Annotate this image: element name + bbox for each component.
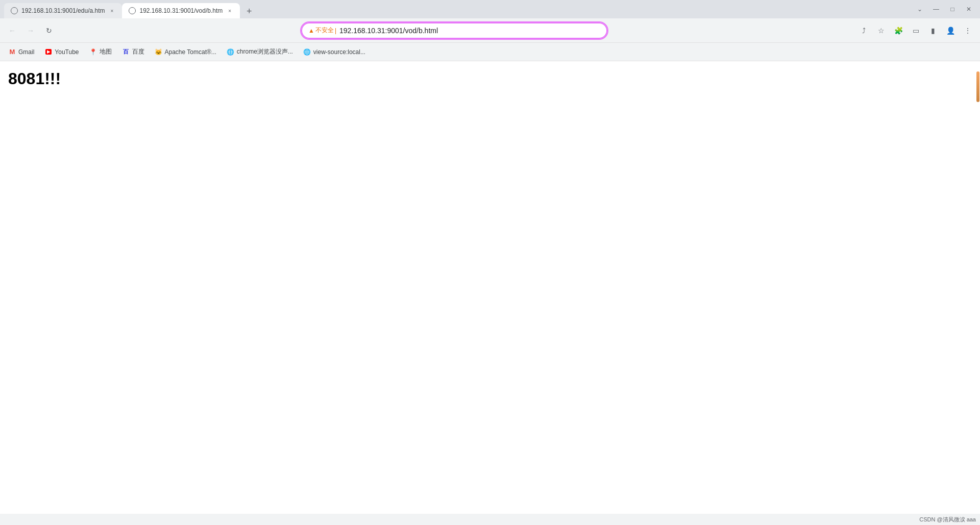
bookmarks-bar: M Gmail ▶ YouTube 📍 地图 百 百度 🐱 <box>0 43 980 61</box>
sidebar-button[interactable]: ▮ <box>925 22 941 39</box>
globe-icon-2 <box>129 7 136 14</box>
bookmark-view-source-label: view-source:local... <box>313 48 365 56</box>
extensions-button[interactable]: 🧩 <box>890 22 906 39</box>
bookmark-view-source[interactable]: 🌐 view-source:local... <box>299 46 370 58</box>
baidu-icon: 百 <box>123 48 129 56</box>
title-bar: 192.168.10.31:9001/edu/a.htm × 192.168.1… <box>0 0 980 18</box>
browser-window: 192.168.10.31:9001/edu/a.htm × 192.168.1… <box>0 0 980 525</box>
maximize-button[interactable]: □ <box>945 2 960 16</box>
youtube-icon: ▶ <box>45 49 52 55</box>
page-content: 8081!!! <box>0 61 980 514</box>
bookmark-maps-label: 地图 <box>100 47 112 56</box>
bookmark-gmail[interactable]: M Gmail <box>4 46 38 58</box>
bookmark-maps[interactable]: 📍 地图 <box>85 45 116 58</box>
url-text: 192.168.10.31:9001/vod/b.html <box>339 27 600 35</box>
youtube-favicon: ▶ <box>44 48 53 56</box>
maps-icon: 📍 <box>89 48 97 56</box>
bookmark-tomcat[interactable]: 🐱 Apache Tomcat®... <box>151 46 220 58</box>
tab-1[interactable]: 192.168.10.31:9001/edu/a.htm × <box>4 3 122 18</box>
tab-2-close[interactable]: × <box>226 7 234 15</box>
security-text: 不安全 <box>315 26 334 35</box>
tab-2[interactable]: 192.168.10.31:9001/vod/b.htm × <box>122 3 240 18</box>
view-source-icon: 🌐 <box>303 48 311 56</box>
page-heading: 8081!!! <box>8 69 972 88</box>
bookmark-youtube[interactable]: ▶ YouTube <box>40 46 83 58</box>
cast-button[interactable]: ▭ <box>908 22 924 39</box>
scrollbar-thumb[interactable] <box>976 71 979 102</box>
tab-search-button[interactable]: ⌄ <box>913 2 927 16</box>
gmail-favicon: M <box>8 48 16 56</box>
tabs-area: 192.168.10.31:9001/edu/a.htm × 192.168.1… <box>4 0 913 18</box>
status-text: CSDN @清风微涙 aaa <box>919 516 976 523</box>
minimize-button[interactable]: — <box>929 2 943 16</box>
bookmark-baidu-label: 百度 <box>132 47 144 56</box>
warning-triangle-icon: ▲ <box>308 27 314 34</box>
bookmark-youtube-label: YouTube <box>55 48 79 56</box>
menu-button[interactable]: ⋮ <box>960 22 976 39</box>
forward-button[interactable]: → <box>22 22 39 39</box>
tab-1-close[interactable]: × <box>108 7 116 15</box>
address-bar-actions: ⤴ ☆ 🧩 ▭ ▮ 👤 ⋮ <box>855 22 976 39</box>
chrome-audio-icon: 🌐 <box>227 48 234 56</box>
bookmark-tomcat-label: Apache Tomcat®... <box>165 48 216 56</box>
scrollbar-track[interactable] <box>976 61 980 514</box>
security-warning: ▲ 不安全 | <box>308 26 336 35</box>
globe-icon <box>11 7 18 14</box>
tab-1-favicon <box>10 7 18 15</box>
back-button[interactable]: ← <box>4 22 20 39</box>
new-tab-button[interactable]: + <box>242 4 256 18</box>
address-bar[interactable]: ▲ 不安全 | 192.168.10.31:9001/vod/b.html <box>301 22 607 39</box>
reload-button[interactable]: ↻ <box>41 22 57 39</box>
tab-1-title: 192.168.10.31:9001/edu/a.htm <box>21 7 105 14</box>
bookmark-button[interactable]: ☆ <box>873 22 889 39</box>
view-source-favicon: 🌐 <box>303 48 311 56</box>
chrome-audio-favicon: 🌐 <box>227 48 235 56</box>
maps-favicon: 📍 <box>89 48 97 56</box>
bookmark-chrome-audio-label: chrome浏览器没声... <box>237 47 293 56</box>
bookmark-gmail-label: Gmail <box>18 48 34 56</box>
tomcat-icon: 🐱 <box>155 48 162 56</box>
baidu-favicon: 百 <box>122 48 130 56</box>
separator: | <box>335 27 336 34</box>
share-button[interactable]: ⤴ <box>855 22 872 39</box>
address-bar-row: ← → ↻ ▲ 不安全 | 192.168.10.31:9001/vod/b.h… <box>0 18 980 43</box>
close-button[interactable]: ✕ <box>962 2 976 16</box>
bookmark-chrome-audio[interactable]: 🌐 chrome浏览器没声... <box>223 45 297 58</box>
address-bar-wrap: ▲ 不安全 | 192.168.10.31:9001/vod/b.html <box>301 22 607 39</box>
tab-2-favicon <box>128 7 136 15</box>
tomcat-favicon: 🐱 <box>155 48 163 56</box>
window-controls: ⌄ — □ ✕ <box>913 2 976 16</box>
gmail-icon: M <box>10 48 15 56</box>
tab-2-title: 192.168.10.31:9001/vod/b.htm <box>139 7 223 14</box>
bookmark-baidu[interactable]: 百 百度 <box>118 45 149 58</box>
status-bar: CSDN @清风微涙 aaa <box>0 514 980 525</box>
profile-button[interactable]: 👤 <box>942 22 959 39</box>
